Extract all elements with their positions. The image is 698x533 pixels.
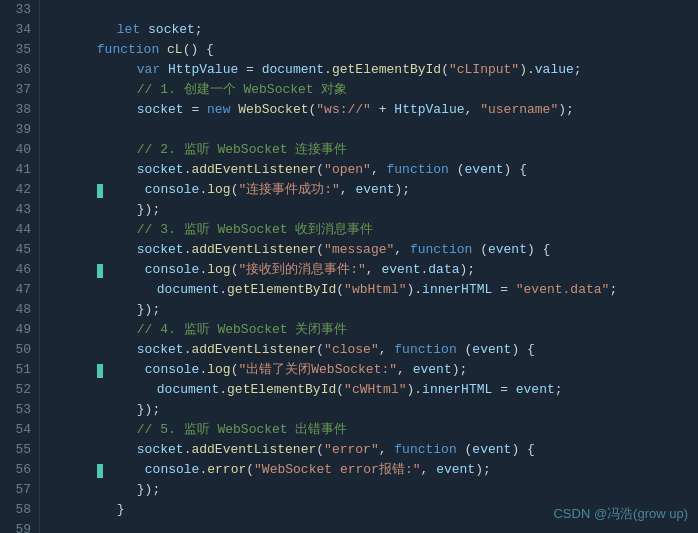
watermark: CSDN @冯浩(grow up) — [553, 505, 688, 523]
line-numbers: 33 34 35 36 37 38 39 40 41 42 43 44 45 4… — [0, 0, 40, 533]
code-line: let socket; — [50, 0, 698, 20]
code-content: let socket; function cL() { var HttpValu… — [40, 0, 698, 533]
code-line: // 2. 监听 WebSocket 连接事件 — [50, 120, 698, 140]
code-editor: 33 34 35 36 37 38 39 40 41 42 43 44 45 4… — [0, 0, 698, 533]
